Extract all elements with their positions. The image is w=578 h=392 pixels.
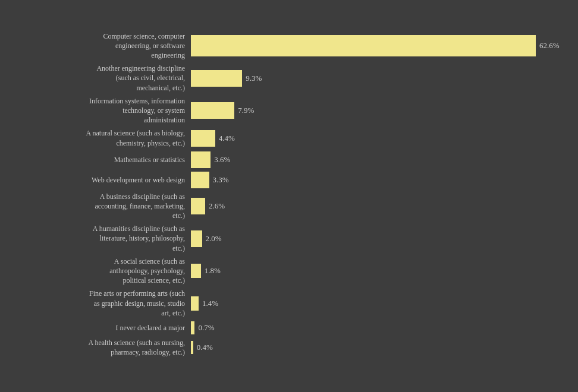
bar-label: Web development or web design <box>15 175 191 185</box>
bar-label: Mathematics or statistics <box>15 155 191 165</box>
bar-value: 0.4% <box>197 343 213 352</box>
bar-value: 9.3% <box>246 74 262 83</box>
bar-label: I never declared a major <box>15 323 191 333</box>
bar-value: 3.6% <box>214 155 230 165</box>
bar-row: Another engineering discipline (such as … <box>15 64 563 93</box>
bar-fill <box>191 35 536 56</box>
bar-fill <box>191 321 194 334</box>
bar-fill <box>191 102 234 119</box>
bar-fill <box>191 296 199 311</box>
chart-container: Computer science, computer engineering, … <box>10 20 568 373</box>
bar-label: Fine arts or performing arts (such as gr… <box>15 289 191 318</box>
bar-row: Fine arts or performing arts (such as gr… <box>15 289 563 318</box>
bar-value: 2.0% <box>206 234 222 244</box>
bar-track: 0.7% <box>191 321 563 334</box>
bar-fill <box>191 130 215 147</box>
bar-track: 1.8% <box>191 264 563 278</box>
bar-value: 2.6% <box>209 201 225 211</box>
bar-value: 62.6% <box>539 41 560 50</box>
bar-label: A social science (such as anthropology, … <box>15 257 191 286</box>
bar-track: 0.4% <box>191 341 563 354</box>
bar-fill <box>191 70 242 87</box>
bar-value: 1.8% <box>205 266 221 276</box>
bar-row: A social science (such as anthropology, … <box>15 257 563 286</box>
bar-value: 0.7% <box>198 323 214 333</box>
bar-track: 3.3% <box>191 172 563 188</box>
bar-value: 7.9% <box>238 106 254 115</box>
bar-track: 4.4% <box>191 130 563 147</box>
bar-track: 7.9% <box>191 102 563 119</box>
bar-label: A natural science (such as biology, chem… <box>15 128 191 147</box>
bar-row: A health science (such as nursing, pharm… <box>15 338 563 357</box>
bar-row: A business discipline (such as accountin… <box>15 192 563 221</box>
bar-fill <box>191 172 209 188</box>
bar-row: A humanities discipline (such as literat… <box>15 224 563 253</box>
bar-fill <box>191 151 211 168</box>
bar-value: 1.4% <box>202 299 218 308</box>
bar-row: Computer science, computer engineering, … <box>15 31 563 61</box>
bar-fill <box>191 264 201 278</box>
bar-value: 3.3% <box>213 175 229 185</box>
bar-track: 2.0% <box>191 230 563 247</box>
bar-track: 62.6% <box>191 35 563 56</box>
bar-row: Web development or web design3.3% <box>15 172 563 188</box>
bar-label: A business discipline (such as accountin… <box>15 192 191 221</box>
bar-row: Information systems, information technol… <box>15 96 563 125</box>
bar-track: 2.6% <box>191 198 563 214</box>
bar-fill <box>191 198 205 214</box>
bar-label: Computer science, computer engineering, … <box>15 31 191 61</box>
bar-value: 4.4% <box>219 134 235 143</box>
bar-row: Mathematics or statistics3.6% <box>15 151 563 168</box>
bar-label: Another engineering discipline (such as … <box>15 64 191 93</box>
bar-row: I never declared a major0.7% <box>15 321 563 334</box>
bar-fill <box>191 341 193 354</box>
bar-fill <box>191 230 202 247</box>
bar-label: A health science (such as nursing, pharm… <box>15 338 191 357</box>
bar-label: A humanities discipline (such as literat… <box>15 224 191 253</box>
bar-track: 9.3% <box>191 70 563 87</box>
bar-track: 1.4% <box>191 296 563 311</box>
bar-label: Information systems, information technol… <box>15 96 191 125</box>
bar-track: 3.6% <box>191 151 563 168</box>
bar-row: A natural science (such as biology, chem… <box>15 128 563 147</box>
